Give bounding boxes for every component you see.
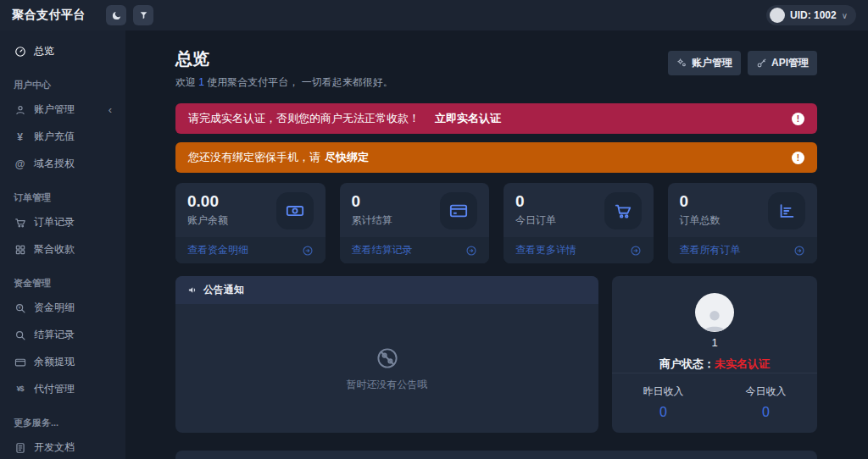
sidebar-item-label: 账户管理: [34, 102, 75, 117]
cart-icon: [604, 192, 642, 230]
no-announcement-icon: [375, 346, 400, 371]
realname-alert: 请完成实名认证，否则您的商户无法正常收款！ 立即实名认证 !: [175, 103, 817, 134]
sidebar-item-label: 开发文档: [34, 440, 75, 455]
user-icon: [14, 103, 26, 116]
card-link-label: 查看更多详情: [515, 243, 576, 257]
yesterday-income: 昨日收入 0: [612, 384, 715, 420]
sidebar-item-label: 结算记录: [34, 328, 75, 342]
sidebar-item-dev-docs[interactable]: 开发文档: [0, 435, 125, 459]
topbar: 聚合支付平台 UID: 1002 ∨: [0, 0, 868, 30]
user-menu[interactable]: UID: 1002 ∨: [766, 5, 856, 25]
page-title: 总览: [175, 47, 393, 70]
bind-phone-link[interactable]: 尽快绑定: [325, 150, 369, 165]
sidebar-item-fund-details[interactable]: ¥ 资金明细: [0, 296, 125, 320]
income-value: 0: [715, 405, 817, 420]
sidebar-section-order-manage: 订单管理: [0, 179, 125, 210]
merchant-uid: 1: [711, 336, 717, 349]
document-icon: [14, 441, 26, 454]
payout-icon: ¥$: [14, 383, 26, 395]
sidebar-item-aggregate-collection[interactable]: 聚合收款: [0, 237, 125, 262]
arrow-circle-icon: [630, 245, 642, 257]
at-icon: @: [14, 158, 26, 170]
sidebar-item-account-recharge[interactable]: ¥ 账户充值: [0, 124, 125, 149]
card-link-label: 查看所有订单: [680, 243, 741, 257]
income-label: 今日收入: [715, 384, 817, 399]
stat-value: 0: [680, 192, 721, 211]
realname-verify-link[interactable]: 立即实名认证: [435, 111, 501, 126]
merchant-avatar: [695, 293, 734, 332]
alert-text: 请完成实名认证，否则您的商户无法正常收款！: [188, 111, 420, 126]
sidebar-item-domain-auth[interactable]: @ 域名授权: [0, 152, 125, 176]
exclamation-icon: !: [792, 113, 804, 125]
stat-label: 累计结算: [352, 213, 392, 228]
sidebar: 总览 用户中心 账户管理 ‹ ¥ 账户充值 @ 域名授权 订单管理: [0, 30, 125, 459]
sidebar-item-payout-manage[interactable]: ¥$ 代付管理: [0, 377, 125, 401]
sidebar-item-label: 域名授权: [34, 157, 75, 171]
stat-card-total-orders: 0 订单总数 查看所有订单: [668, 183, 818, 263]
theme-filter-icon: [138, 10, 149, 21]
stat-card-today-orders: 0 今日订单 查看更多详情: [504, 183, 654, 263]
stat-card-settlement: 0 累计结算 查看结算记录: [340, 183, 490, 263]
stat-card-balance: 0.00 账户余额 查看资金明细: [175, 183, 326, 263]
merchant-status: 商户状态：未实名认证: [659, 357, 770, 372]
stat-label: 账户余额: [187, 213, 228, 228]
view-more-details-link[interactable]: 查看更多详情: [504, 237, 654, 263]
stat-value: 0.00: [187, 192, 228, 211]
account-manage-button[interactable]: 账户管理: [668, 51, 741, 75]
frame: 总览 用户中心 账户管理 ‹ ¥ 账户充值 @ 域名授权 订单管理: [0, 30, 868, 459]
stat-label: 今日订单: [515, 213, 556, 228]
sidebar-item-balance-withdraw[interactable]: 余额提现: [0, 350, 125, 374]
sidebar-item-label: 总览: [34, 44, 54, 58]
notice-empty-state: 暂时还没有公告哦: [175, 304, 598, 433]
button-label: 账户管理: [692, 56, 732, 70]
stat-value: 0: [515, 192, 556, 211]
sidebar-section-fund-manage: 资金管理: [0, 264, 125, 296]
button-label: API管理: [771, 56, 809, 70]
dashboard-icon: [14, 45, 26, 58]
view-settlement-records-link[interactable]: 查看结算记录: [340, 237, 490, 263]
main-content: 总览 欢迎 1 使用聚合支付平台， 一切看起来都很好。 账户管理: [125, 30, 868, 459]
exclamation-icon: !: [792, 152, 804, 164]
notice-panel-header: 公告通知: [175, 276, 598, 304]
sidebar-section-user-center: 用户中心: [0, 66, 125, 97]
sidebar-item-settlement-records[interactable]: 结算记录: [0, 323, 125, 347]
bar-chart-icon: [768, 192, 805, 230]
income-row: 昨日收入 0 今日收入 0: [612, 373, 817, 433]
moon-icon: [111, 10, 122, 21]
bind-phone-alert: 您还没有绑定密保手机，请 尽快绑定 !: [175, 142, 817, 173]
api-manage-button[interactable]: API管理: [748, 51, 817, 75]
bank-card-icon: [440, 192, 477, 230]
income-value: 0: [612, 405, 715, 420]
dark-mode-toggle[interactable]: [106, 5, 126, 25]
sidebar-item-order-records[interactable]: 订单记录: [0, 210, 125, 235]
bank-card-icon: [14, 356, 26, 368]
income-stats-header: 收入统计与通道费率: [175, 451, 817, 459]
notice-title: 公告通知: [203, 283, 244, 297]
card-link-label: 查看资金明细: [187, 243, 248, 257]
arrow-circle-icon: [793, 245, 805, 257]
gears-icon: [676, 58, 687, 69]
stat-cards: 0.00 账户余额 查看资金明细: [175, 183, 817, 263]
panels-row: 公告通知 暂时还没有公告哦 1 商户状: [175, 276, 817, 433]
app-root: 聚合支付平台 UID: 1002 ∨ 总览 用户: [0, 0, 868, 459]
notice-panel: 公告通知 暂时还没有公告哦: [175, 276, 598, 433]
card-link-label: 查看结算记录: [352, 243, 413, 257]
search-yen-icon: ¥: [14, 301, 26, 314]
today-income: 今日收入 0: [715, 384, 817, 420]
sidebar-item-label: 余额提现: [34, 355, 75, 369]
theme-button[interactable]: [133, 5, 153, 25]
stat-label: 订单总数: [680, 213, 721, 228]
sidebar-item-overview[interactable]: 总览: [0, 39, 125, 64]
avatar: [770, 8, 785, 23]
welcome-text: 欢迎 1 使用聚合支付平台， 一切看起来都很好。: [175, 75, 393, 90]
yen-icon: ¥: [14, 130, 26, 143]
stat-value: 0: [352, 192, 392, 211]
sidebar-item-label: 订单记录: [34, 215, 75, 230]
view-fund-details-link[interactable]: 查看资金明细: [175, 237, 326, 263]
sidebar-item-account-manage[interactable]: 账户管理 ‹: [0, 97, 125, 122]
sidebar-item-label: 聚合收款: [34, 242, 75, 257]
cart-icon: [14, 216, 26, 229]
notice-empty-text: 暂时还没有公告哦: [347, 378, 428, 392]
search-icon: [14, 329, 26, 341]
view-all-orders-link[interactable]: 查看所有订单: [668, 237, 818, 263]
